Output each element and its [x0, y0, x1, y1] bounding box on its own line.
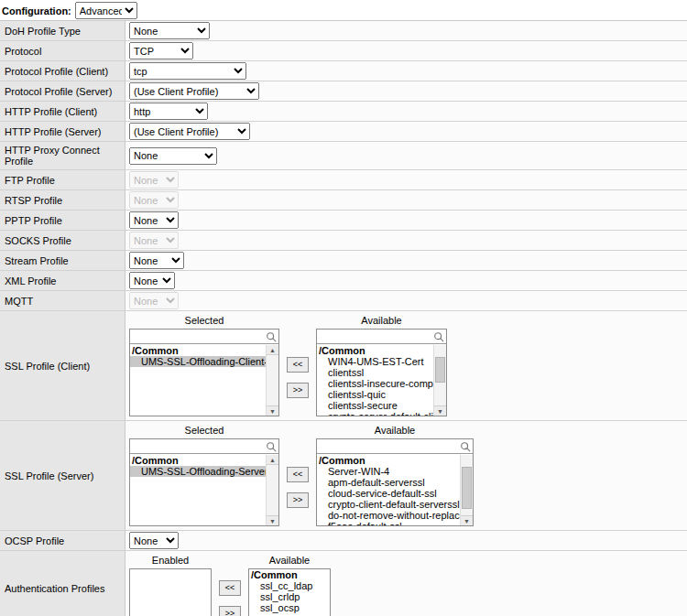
- row-label: HTTP Profile (Client): [0, 102, 125, 121]
- list-item[interactable]: ssl_cc_ldap: [249, 580, 330, 591]
- list-item[interactable]: /Common: [130, 455, 266, 466]
- http-profile-client-select[interactable]: http: [129, 103, 208, 120]
- row-protocol-profile-client: Protocol Profile (Client) tcp: [0, 61, 687, 81]
- list-item[interactable]: UMS-SSL-Offloading-Client-Profile: [130, 356, 266, 367]
- authentication-enabled-listbox[interactable]: [129, 568, 212, 616]
- row-label: MQTT: [0, 291, 125, 310]
- row-http-profile-client: HTTP Profile (Client) http: [0, 102, 687, 122]
- ssl-server-dual-list: Selected /CommonUMS-SSL-Offloading-Serve…: [129, 425, 474, 526]
- authentication-available-items: /Commonssl_cc_ldapssl_crldpssl_ocsp: [249, 569, 330, 616]
- ssl-server-selected-listbox[interactable]: /CommonUMS-SSL-Offloading-Server-Profile…: [129, 438, 279, 526]
- row-label: Protocol Profile (Server): [0, 81, 125, 101]
- row-label: OCSP Profile: [0, 531, 125, 550]
- scroll-up-icon[interactable]: ▲: [267, 455, 278, 465]
- row-label: XML Profile: [0, 271, 125, 290]
- http-profile-server-select[interactable]: (Use Client Profile): [129, 123, 250, 140]
- scrollbar[interactable]: ▼: [433, 345, 446, 416]
- xml-profile-select[interactable]: None: [129, 272, 175, 289]
- scrollbar[interactable]: ▲ ▼: [266, 455, 278, 525]
- ssl-client-selected-listbox[interactable]: /CommonUMS-SSL-Offloading-Client-Profile…: [129, 329, 279, 416]
- listbox-search-row[interactable]: [317, 330, 446, 344]
- listbox-search-row[interactable]: [317, 439, 473, 454]
- selected-header: Selected: [129, 425, 279, 438]
- row-label: DoH Profile Type: [0, 21, 125, 40]
- ocsp-profile-select[interactable]: None: [129, 532, 179, 549]
- scroll-up-icon[interactable]: ▲: [267, 345, 278, 355]
- ssl-client-available-listbox[interactable]: /CommonWIN4-UMS-EST-Certclientsslclients…: [316, 329, 447, 416]
- list-item[interactable]: f5aas-default-ssl: [317, 521, 460, 525]
- list-item[interactable]: /Common: [317, 455, 460, 466]
- row-ssl-profile-client: SSL Profile (Client) Selected /CommonUMS…: [0, 311, 687, 421]
- list-item[interactable]: /Common: [249, 569, 330, 580]
- authentication-enabled-items: [130, 569, 211, 616]
- row-label: SSL Profile (Client): [0, 311, 125, 420]
- list-item[interactable]: clientssl-quic: [317, 389, 433, 400]
- list-item[interactable]: ssl_ocsp: [249, 602, 330, 613]
- doh-profile-type-select[interactable]: None: [129, 22, 210, 39]
- scrollbar[interactable]: ▼: [460, 455, 473, 525]
- rtsp-profile-select: None: [129, 191, 179, 209]
- scrollbar-thumb[interactable]: [462, 467, 472, 509]
- scrollbar[interactable]: ▲ ▼: [266, 345, 278, 416]
- list-item[interactable]: crypto-server-default-clientssl: [317, 411, 433, 416]
- row-socks-profile: SOCKS Profile None: [0, 231, 687, 251]
- http-proxy-connect-profile-select[interactable]: None: [129, 147, 217, 165]
- search-icon: [266, 441, 277, 452]
- row-xml-profile: XML Profile None: [0, 271, 687, 291]
- authentication-available-listbox[interactable]: /Commonssl_cc_ldapssl_crldpssl_ocsp: [248, 568, 331, 616]
- protocol-select[interactable]: TCP: [129, 42, 193, 59]
- listbox-search-row[interactable]: [130, 330, 278, 344]
- list-item[interactable]: Server-WIN-4: [317, 466, 460, 477]
- move-right-button[interactable]: >>: [287, 492, 309, 508]
- scroll-down-icon[interactable]: ▼: [434, 405, 446, 416]
- row-http-proxy-connect-profile: HTTP Proxy Connect Profile None: [0, 142, 687, 170]
- list-item[interactable]: do-not-remove-without-replacement: [317, 510, 460, 521]
- list-item[interactable]: crypto-client-default-serverssl: [317, 499, 460, 510]
- row-label: Authentication Profiles: [0, 551, 125, 616]
- row-protocol-profile-server: Protocol Profile (Server) (Use Client Pr…: [0, 81, 687, 102]
- row-label: HTTP Profile (Server): [0, 122, 125, 141]
- row-label: PPTP Profile: [0, 211, 125, 230]
- search-icon: [433, 331, 444, 342]
- enabled-header: Enabled: [129, 555, 212, 568]
- protocol-profile-client-select[interactable]: tcp: [129, 62, 246, 80]
- configuration-label: Configuration:: [2, 5, 71, 16]
- list-item[interactable]: clientssl-insecure-compatible: [317, 378, 433, 389]
- protocol-profile-server-select[interactable]: (Use Client Profile): [129, 82, 259, 100]
- list-item[interactable]: clientssl: [317, 367, 433, 378]
- stream-profile-select[interactable]: None: [129, 252, 184, 269]
- list-item[interactable]: clientssl-secure: [317, 400, 433, 411]
- move-right-button[interactable]: >>: [287, 383, 309, 398]
- row-label: RTSP Profile: [0, 190, 125, 210]
- list-item[interactable]: UMS-SSL-Offloading-Server-Profile: [130, 466, 266, 477]
- move-left-button[interactable]: <<: [287, 357, 309, 373]
- scroll-down-icon[interactable]: ▼: [461, 515, 473, 525]
- list-item[interactable]: ssl_crldp: [249, 591, 330, 602]
- ssl-server-available-listbox[interactable]: /CommonServer-WIN-4apm-default-serverssl…: [316, 438, 474, 526]
- listbox-search-row[interactable]: [130, 439, 278, 454]
- configuration-table: DoH Profile Type None Protocol TCP Proto…: [0, 20, 687, 616]
- row-label: Stream Profile: [0, 251, 125, 270]
- row-stream-profile: Stream Profile None: [0, 251, 687, 271]
- available-header: Available: [248, 555, 331, 568]
- row-http-profile-server: HTTP Profile (Server) (Use Client Profil…: [0, 122, 687, 142]
- move-left-button[interactable]: <<: [287, 467, 309, 482]
- list-item[interactable]: /Common: [130, 345, 266, 356]
- pptp-profile-select[interactable]: None: [129, 211, 179, 229]
- move-left-button[interactable]: <<: [219, 580, 241, 596]
- list-item[interactable]: cloud-service-default-ssl: [317, 488, 460, 499]
- list-item[interactable]: WIN4-UMS-EST-Cert: [317, 356, 433, 367]
- list-item[interactable]: /Common: [317, 345, 433, 356]
- selected-header: Selected: [129, 315, 279, 329]
- search-icon: [460, 441, 471, 452]
- authentication-dual-list: Enabled << >> Available: [129, 555, 331, 616]
- row-label: Protocol: [0, 41, 125, 60]
- available-header: Available: [316, 315, 447, 329]
- list-item[interactable]: apm-default-serverssl: [317, 477, 460, 488]
- scrollbar-thumb[interactable]: [435, 357, 445, 383]
- scroll-down-icon[interactable]: ▼: [267, 515, 278, 525]
- move-right-button[interactable]: >>: [219, 606, 241, 616]
- row-ssl-profile-server: SSL Profile (Server) Selected /CommonUMS…: [0, 421, 687, 531]
- scroll-down-icon[interactable]: ▼: [267, 405, 278, 416]
- configuration-mode-select[interactable]: Advanced: [75, 2, 137, 19]
